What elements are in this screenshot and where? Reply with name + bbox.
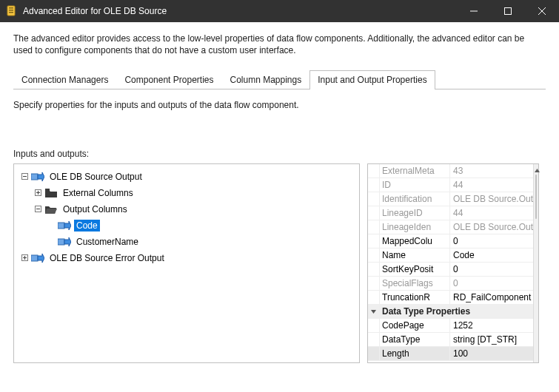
svg-rect-1 [9,7,13,9]
prop-value[interactable]: RD_FailComponent [450,291,533,304]
tree-node-label: External Columns [61,187,135,199]
prop-row-codepage[interactable]: CodePage 1252 [368,319,533,333]
prop-value[interactable]: 44 [450,178,533,192]
svg-rect-18 [58,239,64,245]
prop-value[interactable]: 1252 [450,319,533,332]
svg-rect-14 [45,189,50,191]
tab-strip: Connection Managers Component Properties… [13,70,546,89]
prop-key: LineageID [380,206,450,220]
prop-key: TruncationR [380,291,450,304]
prop-row-length[interactable]: Length 100 [368,347,533,361]
scroll-thumb[interactable] [535,175,537,219]
tree-node-column-code[interactable]: Code [17,217,356,234]
collapse-icon[interactable] [33,204,44,214]
prop-key: Name [380,249,450,262]
prop-value[interactable]: 43 [450,164,533,178]
prop-row-lineageiden[interactable]: LineageIden OLE DB Source.Out [368,220,533,234]
editor-description: The advanced editor provides access to t… [0,22,559,70]
prop-value[interactable]: Code [450,249,533,262]
column-arrow-icon [58,236,71,248]
prop-key: DataType [380,333,450,346]
io-tree[interactable]: OLE DB Source Output Externa [13,163,360,363]
prop-key: Length [380,347,450,360]
prop-row-specialflags[interactable]: SpecialFlags 0 [368,277,533,291]
prop-key: SortKeyPosit [380,263,450,276]
close-button[interactable] [525,0,559,22]
prop-row-externalmeta[interactable]: ExternalMeta 43 [368,164,533,178]
window-controls [457,0,559,22]
prop-key: SpecialFlags [380,277,450,290]
tab-input-output-properties[interactable]: Input and Output Properties [309,70,435,89]
minimize-button[interactable] [457,0,491,22]
prop-row-mappedcol[interactable]: MappedColu 0 [368,234,533,249]
prop-key: Identification [380,192,450,206]
window-title: Advanced Editor for OLE DB Source [23,6,457,16]
prop-value[interactable]: 44 [450,206,533,220]
output-arrow-icon [31,171,44,183]
prop-category-datatype[interactable]: Data Type Properties [368,305,533,319]
prop-value[interactable]: 0 [450,234,533,248]
prop-value[interactable]: 100 [450,347,533,360]
prop-key: LineageIden [380,220,450,234]
folder-icon [44,187,58,199]
tree-node-label: OLE DB Source Error Output [47,252,167,264]
svg-rect-5 [505,8,512,15]
svg-rect-22 [31,255,38,261]
tree-node-error-output[interactable]: OLE DB Source Error Output [17,250,356,266]
expand-icon[interactable] [20,253,30,263]
output-arrow-icon [31,252,44,264]
tab-instruction: Specify properties for the inputs and ou… [13,100,546,110]
svg-rect-3 [9,12,13,13]
tab-component-properties[interactable]: Component Properties [116,70,221,89]
prop-row-name[interactable]: Name Code [368,249,533,263]
prop-value[interactable]: 0 [450,277,533,290]
prop-key: ExternalMeta [380,164,450,178]
prop-value[interactable]: OLE DB Source.Out [450,220,533,234]
prop-row-lineageid[interactable]: LineageID 44 [368,206,533,220]
tree-node-output-columns[interactable]: Output Columns [17,201,356,217]
tree-node-source-output[interactable]: OLE DB Source Output [17,169,356,185]
prop-category-label: Data Type Properties [380,305,533,318]
prop-key: CodePage [380,319,450,332]
svg-rect-10 [31,174,38,180]
prop-row-sortkey[interactable]: SortKeyPosit 0 [368,263,533,277]
tree-node-label: Code [74,220,100,232]
column-arrow-icon [58,220,71,232]
tree-node-label: OLE DB Source Output [47,171,144,183]
folder-open-icon [44,203,58,215]
tree-node-column-customer[interactable]: CustomerName [17,234,356,250]
tab-body: Specify properties for the inputs and ou… [0,89,559,363]
svg-rect-17 [58,223,64,229]
prop-value[interactable]: OLE DB Source.Out [450,192,533,206]
prop-row-datatype[interactable]: DataType string [DT_STR] [368,333,533,347]
svg-rect-2 [9,10,13,11]
maximize-button[interactable] [491,0,525,22]
prop-row-id[interactable]: ID 44 [368,178,533,192]
property-grid[interactable]: ExternalMeta 43 ID 44 Identification OLE… [367,163,539,363]
vertical-scrollbar[interactable] [533,164,538,362]
tree-node-label: CustomerName [74,236,141,248]
tree-node-label: Output Columns [61,203,130,215]
prop-row-truncation[interactable]: TruncationR RD_FailComponent [368,291,533,305]
tree-node-external-columns[interactable]: External Columns [17,185,356,201]
tab-connection-managers[interactable]: Connection Managers [13,70,116,89]
prop-key: MappedColu [380,234,450,248]
app-icon [6,5,18,17]
prop-value[interactable]: 0 [450,263,533,276]
prop-key: ID [380,178,450,192]
prop-row-identification[interactable]: Identification OLE DB Source.Out [368,192,533,206]
expand-icon[interactable] [33,188,44,198]
collapse-caret-icon[interactable] [368,305,380,318]
title-bar: Advanced Editor for OLE DB Source [0,0,559,22]
tab-column-mappings[interactable]: Column Mappings [221,70,309,89]
prop-value[interactable]: string [DT_STR] [450,333,533,346]
collapse-icon[interactable] [20,172,30,182]
tree-label: Inputs and outputs: [13,149,546,159]
